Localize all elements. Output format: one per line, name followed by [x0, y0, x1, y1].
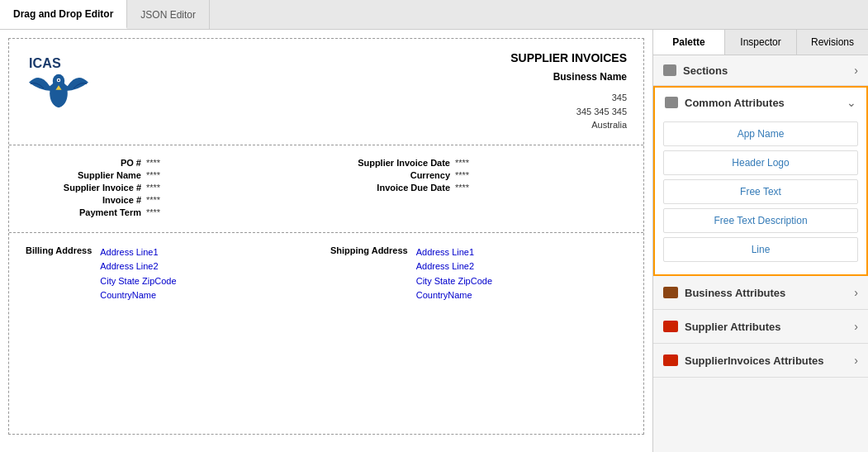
tab-palette[interactable]: Palette: [653, 30, 725, 55]
attr-free-text[interactable]: Free Text: [663, 179, 858, 204]
svg-text:ICAS: ICAS: [29, 55, 61, 70]
billing-address-title: Billing Address: [26, 245, 92, 303]
top-tab-bar: Drag and Drop Editor JSON Editor: [0, 0, 868, 30]
invoice-business-name: Business Name: [510, 71, 627, 83]
tab-drag-drop[interactable]: Drag and Drop Editor: [0, 0, 127, 29]
billing-address-content: Address Line1 Address Line2 City State Z…: [100, 245, 176, 303]
supplier-invoices-attributes-row[interactable]: SupplierInvoices Attributes ›: [653, 344, 868, 378]
field-supplier-name: Supplier Name ****: [26, 170, 318, 180]
invoice-header: ICAS: [9, 39, 643, 145]
common-attrs-icon: [665, 97, 678, 108]
field-inv-date: Supplier Invoice Date ****: [334, 158, 627, 168]
tab-inspector[interactable]: Inspector: [725, 30, 797, 55]
attr-line[interactable]: Line: [663, 237, 858, 262]
field-currency: Currency ****: [334, 170, 627, 180]
business-attrs-icon: [663, 287, 678, 298]
shipping-address-block: Shipping Address Address Line1 Address L…: [330, 245, 627, 303]
invoice-header-right: SUPPLIER INVOICES Business Name 345 345 …: [510, 51, 627, 132]
editor-area: ICAS: [0, 30, 653, 452]
attr-header-logo[interactable]: Header Logo: [663, 150, 858, 175]
supplier-invoices-attrs-chevron: ›: [854, 354, 858, 367]
svg-point-4: [58, 79, 59, 81]
billing-address-block: Billing Address Address Line1 Address Li…: [26, 245, 322, 303]
supplier-invoices-attributes-label: SupplierInvoices Attributes: [685, 354, 824, 367]
tab-revisions[interactable]: Revisions: [797, 30, 868, 55]
tab-json-editor[interactable]: JSON Editor: [127, 0, 210, 29]
field-payment-term: Payment Term ****: [26, 207, 318, 217]
common-attrs-chevron-down: ⌄: [847, 96, 856, 109]
common-attributes-header[interactable]: Common Attributes ⌄: [655, 88, 866, 117]
common-attributes-container: Common Attributes ⌄ App Name Header Logo…: [653, 86, 868, 276]
invoice-title: SUPPLIER INVOICES: [510, 51, 627, 64]
attr-free-text-description[interactable]: Free Text Description: [663, 208, 858, 233]
field-po: PO # ****: [26, 158, 318, 168]
inv-addr-3: Australia: [510, 118, 627, 132]
main-content: ICAS: [0, 30, 868, 452]
sections-chevron-right: ›: [854, 64, 858, 77]
palette-tab-bar: Palette Inspector Revisions: [653, 30, 868, 55]
inv-addr-1: 345: [510, 91, 627, 105]
attr-app-name[interactable]: App Name: [663, 121, 858, 146]
field-invoice-num: Invoice # ****: [26, 195, 318, 205]
field-supplier-invoice-num: Supplier Invoice # ****: [26, 183, 318, 193]
icas-logo-svg: ICAS: [21, 51, 96, 117]
business-attributes-row[interactable]: Business Attributes ›: [653, 276, 868, 310]
supplier-attributes-row[interactable]: Supplier Attributes ›: [653, 310, 868, 344]
invoice-logo: ICAS: [21, 51, 96, 117]
supplier-attrs-chevron: ›: [854, 320, 858, 333]
invoice-addresses: Billing Address Address Line1 Address Li…: [9, 233, 643, 316]
business-attrs-chevron: ›: [854, 286, 858, 299]
right-panel: Palette Inspector Revisions Sections › C…: [653, 30, 868, 452]
common-attributes-label: Common Attributes: [685, 97, 785, 109]
sections-row[interactable]: Sections ›: [653, 55, 868, 86]
common-attr-items: App Name Header Logo Free Text Free Text…: [655, 117, 866, 274]
supplier-attrs-icon: [663, 321, 678, 332]
shipping-address-title: Shipping Address: [330, 245, 408, 303]
supplier-invoices-attrs-icon: [663, 354, 678, 366]
sections-icon: [663, 64, 676, 76]
sections-label: Sections: [683, 64, 728, 77]
business-attributes-label: Business Attributes: [685, 287, 785, 299]
inv-addr-2: 345 345 345: [510, 105, 627, 119]
supplier-attributes-label: Supplier Attributes: [685, 321, 781, 333]
fields-right-col: Supplier Invoice Date **** Currency ****…: [334, 158, 627, 220]
fields-left-col: PO # **** Supplier Name **** Supplier In…: [26, 158, 318, 220]
field-due-date: Invoice Due Date ****: [334, 183, 627, 193]
invoice-address-lines: 345 345 345 345 Australia: [510, 91, 627, 132]
invoice-document: ICAS: [8, 38, 644, 435]
invoice-fields: PO # **** Supplier Name **** Supplier In…: [9, 145, 643, 233]
shipping-address-content: Address Line1 Address Line2 City State Z…: [416, 245, 492, 303]
